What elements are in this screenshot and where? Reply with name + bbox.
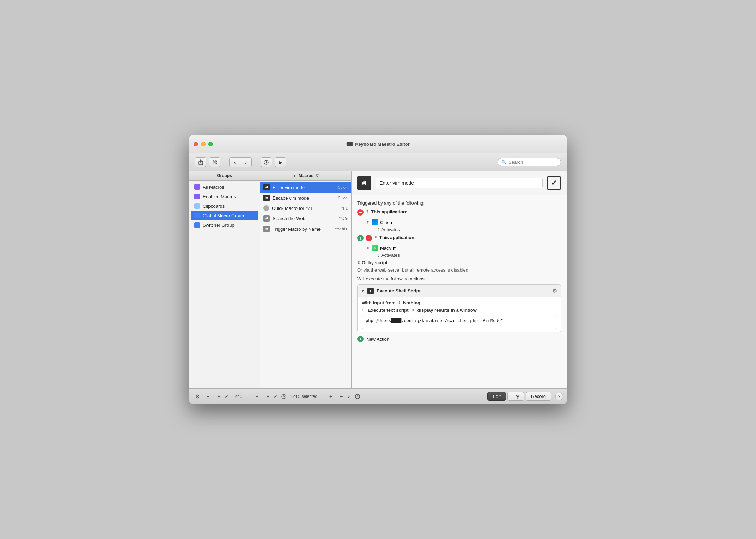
action-icon: ▮ [367, 288, 374, 294]
execute-title: Will execute the following actions: [357, 276, 561, 281]
groups-count: 1 of 5 [232, 394, 242, 399]
groups-remove-button[interactable]: − [214, 392, 223, 401]
input-sort: ⇕ [398, 301, 401, 305]
help-button[interactable]: ? [555, 393, 563, 400]
macvim-app-row: ⇕ ⚡ MacVim [366, 244, 561, 252]
quick-macro-icon [263, 205, 269, 211]
sort-activates-2: ⇕ [377, 253, 380, 258]
sort-trigger-1[interactable]: ⇕ [366, 209, 369, 214]
global-macro-icon [194, 213, 200, 218]
minimize-button[interactable] [201, 142, 206, 146]
record-button[interactable]: Record [526, 392, 551, 401]
history-button[interactable] [261, 157, 272, 167]
sort-activates-1: ⇕ [377, 228, 380, 232]
execute-type-row: ⇕ Execute text script ⇕ display results … [362, 308, 556, 313]
forward-button[interactable]: › [240, 157, 252, 167]
search-icon: 🔍 [501, 160, 507, 165]
try-button[interactable]: Try [507, 392, 524, 401]
macros-panel: ▼ Macros ▽ #! Enter vim mode CLion #! Es… [260, 171, 352, 388]
script-area[interactable]: php /Users████.config/karabiner/switcher… [362, 315, 556, 329]
main-window: ⌨ Keyboard Maestro Editor ⌘ ‹ › ▶ � [189, 135, 567, 404]
toolbar: ⌘ ‹ › ▶ 🔍 [189, 153, 567, 171]
bottom-sep-2 [322, 393, 322, 400]
macros-add-button[interactable]: + [252, 392, 262, 401]
trigger-section: Triggered by any of the following: − ⇕ T… [357, 200, 561, 342]
search-web-icon: #! [263, 215, 270, 222]
sidebar-item-all-macros[interactable]: All Macros [191, 182, 258, 192]
action-gear-button[interactable]: ⚙ [552, 287, 557, 294]
trigger-1-label: This application: [371, 209, 407, 214]
macros-count-label: 1 of 5 selected [290, 394, 317, 399]
search-input[interactable] [508, 159, 557, 165]
collapse-icon[interactable]: ▼ [361, 289, 365, 293]
sidebar-item-global-macro-group[interactable]: Global Macro Group [191, 211, 258, 220]
groups-check-button[interactable]: ✓ [225, 394, 229, 399]
macros-remove-button[interactable]: − [263, 392, 272, 401]
triggered-by-label: Triggered by any of the following: [357, 200, 561, 206]
groups-add-button[interactable]: + [203, 392, 213, 401]
edit-button[interactable]: Edit [487, 392, 506, 401]
action-header: ▼ ▮ Execute Shell Script ⚙ [358, 285, 561, 297]
trigger-macro-icon: #! [263, 226, 270, 232]
clion-app-row: ⇕ C CLion [366, 218, 561, 226]
trigger-2-label: This application: [379, 235, 416, 240]
sort-trigger-2[interactable]: ⇕ [374, 235, 377, 240]
detail-check-button[interactable]: ✓ [347, 394, 352, 399]
remove-trigger-2-button[interactable]: − [366, 235, 372, 241]
traffic-lights [194, 142, 213, 146]
trigger-row-2: + − ⇕ This application: [357, 235, 561, 241]
macro-item-escape-vim-mode[interactable]: #! Escape vim mode CLion [260, 193, 351, 203]
detail-add-button[interactable]: + [326, 392, 335, 401]
titlebar: ⌨ Keyboard Maestro Editor [189, 135, 567, 153]
macvim-icon: ⚡ [372, 245, 378, 251]
sort-icon: ▽ [316, 174, 318, 178]
macros-clock-button[interactable] [279, 392, 288, 401]
clion-icon: C [372, 219, 378, 225]
macro-item-trigger-macro[interactable]: #! Trigger Macro by Name ^⌥⌘T [260, 224, 351, 234]
macvim-label: MacVim [380, 246, 397, 251]
action-block: ▼ ▮ Execute Shell Script ⚙ With input fr… [357, 284, 561, 332]
remote-note: Or via the web server but all remote acc… [357, 267, 561, 273]
detail-clock-button[interactable] [353, 392, 362, 401]
detail-header: #! ✓ [352, 171, 567, 195]
window-title: ⌨ Keyboard Maestro Editor [346, 141, 410, 147]
macro-big-icon: #! [357, 176, 371, 190]
filter-icon: ▼ [293, 174, 297, 178]
remove-trigger-1-button[interactable]: − [357, 209, 364, 216]
detail-remove-button[interactable]: − [337, 392, 346, 401]
macro-item-quick-macro[interactable]: Quick Macro for ⌥F1 ^F1 [260, 203, 351, 213]
sidebar-item-switcher-group[interactable]: Switcher Group [191, 220, 258, 230]
sidebar-item-enabled-macros[interactable]: Enabled Macros [191, 192, 258, 201]
sort-clion: ⇕ [366, 220, 370, 225]
bottom-bar: ⚙ + − ✓ 1 of 5 + − ✓ 1 of 5 selected + −… [189, 388, 567, 404]
macro-enabled-check[interactable]: ✓ [547, 176, 561, 190]
switcher-icon [194, 222, 200, 228]
trigger-1-app-row: ⇕ C CLion ⇕ Activates [357, 218, 561, 232]
trigger-2-app-row: ⇕ ⚡ MacVim ⇕ Activates [357, 244, 561, 258]
groups-gear-button[interactable]: ⚙ [193, 392, 202, 401]
macro-item-enter-vim-mode[interactable]: #! Enter vim mode CLion [260, 182, 351, 193]
share-button[interactable] [195, 157, 206, 167]
groups-header: Groups [189, 171, 260, 181]
execute-type-label: Execute text script [368, 308, 409, 313]
sidebar-item-clipboards[interactable]: Clipboards [191, 201, 258, 211]
macro-item-search-the-web[interactable]: #! Search the Web ^⌥G [260, 213, 351, 224]
new-action-row[interactable]: + New Action [357, 336, 561, 342]
close-button[interactable] [194, 142, 198, 146]
command-button[interactable]: ⌘ [209, 157, 220, 167]
play-button[interactable]: ▶ [275, 157, 286, 167]
macro-name-input[interactable] [376, 178, 543, 188]
macros-check-button[interactable]: ✓ [274, 394, 278, 399]
maximize-button[interactable] [208, 142, 213, 146]
sort-or-script: ⇕ [357, 260, 360, 265]
new-action-button[interactable]: + [357, 336, 364, 342]
back-button[interactable]: ‹ [229, 157, 240, 167]
enter-vim-icon: #! [263, 184, 270, 190]
toolbar-separator-1 [225, 158, 225, 166]
groups-panel: Groups All Macros Enabled Macros Clipboa… [189, 171, 260, 388]
execute-sort: ⇕ [362, 308, 365, 313]
add-trigger-button[interactable]: + [357, 235, 364, 241]
input-from-value: Nothing [403, 300, 420, 305]
all-macros-icon [194, 184, 200, 190]
trigger-row-1: − ⇕ This application: [357, 209, 561, 216]
